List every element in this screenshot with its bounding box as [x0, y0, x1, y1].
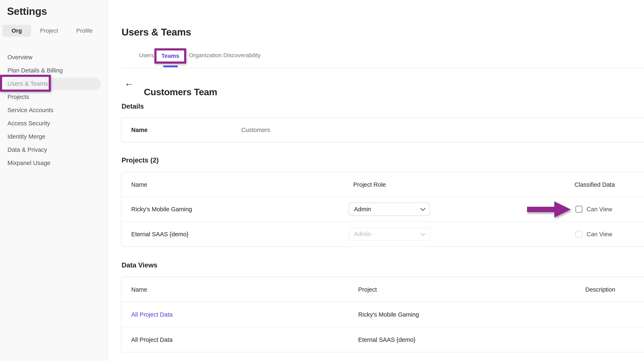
data-view-project: Eternal SAAS {demo}	[358, 336, 416, 343]
column-header-project: Project	[358, 286, 377, 293]
project-role-value: Admin	[354, 231, 371, 238]
sidebar-item-label: Data & Privacy	[8, 146, 47, 153]
can-view-checkbox[interactable]	[576, 206, 582, 213]
project-role-select[interactable]: Admin	[349, 203, 430, 216]
sidebar-item-label: Mixpanel Usage	[8, 160, 50, 166]
project-name: Ricky's Mobile Gaming	[131, 206, 192, 213]
data-view-row: All Project Data Eternal SAAS {demo}	[121, 327, 644, 352]
tabs-divider	[122, 68, 644, 68]
data-view-name-link[interactable]: All Project Data	[131, 311, 172, 318]
project-role-select-disabled: Admin	[349, 228, 430, 241]
project-row: Ricky's Mobile Gaming Admin Can View	[121, 197, 644, 221]
details-name-value: Customers	[241, 127, 270, 133]
can-view-checkbox-disabled	[576, 231, 582, 238]
project-row: Eternal SAAS {demo} Admin Can View	[121, 221, 644, 246]
details-name-label: Name	[131, 127, 148, 133]
column-header-name: Name	[131, 286, 147, 293]
back-arrow-icon[interactable]: ←	[124, 78, 134, 88]
chevron-down-icon	[420, 231, 425, 236]
active-tab-underline	[163, 65, 178, 67]
data-view-name: All Project Data	[131, 336, 172, 343]
project-role-value: Admin	[354, 206, 371, 213]
sidebar-item-label: Access Security	[8, 120, 50, 127]
sidebar-item-overview[interactable]: Overview	[0, 51, 108, 64]
chevron-down-icon	[420, 206, 425, 211]
scope-tab-profile[interactable]: Profile	[67, 25, 102, 37]
sidebar-item-mixpanel-usage[interactable]: Mixpanel Usage	[0, 156, 108, 170]
sidebar-item-label: Users & Teams	[8, 80, 48, 87]
projects-heading: Projects (2)	[122, 156, 159, 164]
project-name: Eternal SAAS {demo}	[131, 231, 188, 238]
sidebar-nav: Overview Plan Details & Billing Users & …	[0, 51, 108, 170]
sidebar-item-service-accounts[interactable]: Service Accounts	[0, 103, 108, 117]
settings-page: Settings Org Project Profile Overview Pl…	[0, 0, 644, 361]
sidebar-item-projects[interactable]: Projects	[0, 90, 108, 103]
data-views-header-row: Name Project Description	[121, 277, 644, 302]
scope-tab-org[interactable]: Org	[2, 25, 31, 37]
column-header-name: Name	[131, 181, 147, 188]
tab-teams[interactable]: Teams	[162, 53, 180, 59]
column-header-project-role: Project Role	[353, 181, 386, 188]
page-title: Users & Teams	[122, 26, 191, 38]
sidebar-item-label: Projects	[8, 93, 29, 100]
can-view-label: Can View	[586, 206, 612, 213]
sidebar-item-users-teams[interactable]: Users & Teams	[0, 77, 108, 90]
scope-tab-project[interactable]: Project	[31, 25, 67, 37]
column-header-description: Description	[585, 286, 615, 293]
sidebar-item-label: Overview	[8, 54, 32, 60]
sidebar-item-label: Service Accounts	[8, 107, 53, 113]
can-view-label: Can View	[586, 231, 612, 238]
tab-users[interactable]: Users	[139, 52, 154, 59]
tab-organization-discoverability[interactable]: Organization Discoverability	[189, 52, 260, 59]
team-title: Customers Team	[144, 87, 217, 97]
column-header-classified-data: Classified Data	[574, 181, 615, 188]
projects-table: Name Project Role Classified Data Ricky'…	[121, 172, 644, 247]
sidebar-item-label: Plan Details & Billing	[8, 67, 63, 74]
sidebar-item-plan-details-billing[interactable]: Plan Details & Billing	[0, 64, 108, 77]
settings-title: Settings	[7, 5, 47, 17]
sidebar: Settings Org Project Profile Overview Pl…	[0, 0, 108, 361]
data-view-row: All Project Data Ricky's Mobile Gaming	[121, 302, 644, 327]
data-views-table: Name Project Description All Project Dat…	[121, 277, 644, 352]
projects-header-row: Name Project Role Classified Data	[121, 172, 644, 197]
details-heading: Details	[122, 102, 144, 110]
scope-tabs: Org Project Profile	[2, 25, 102, 37]
data-view-project: Ricky's Mobile Gaming	[358, 311, 419, 318]
sidebar-item-label: Identity Merge	[8, 133, 46, 140]
sidebar-item-access-security[interactable]: Access Security	[0, 117, 108, 130]
sidebar-item-identity-merge[interactable]: Identity Merge	[0, 130, 108, 143]
data-views-heading: Data Views	[122, 261, 158, 269]
details-card: Name Customers	[121, 117, 644, 142]
details-row: Name Customers	[121, 118, 644, 142]
annotation-box-teams-tab: Teams	[154, 48, 186, 64]
sidebar-item-data-privacy[interactable]: Data & Privacy	[0, 143, 108, 156]
